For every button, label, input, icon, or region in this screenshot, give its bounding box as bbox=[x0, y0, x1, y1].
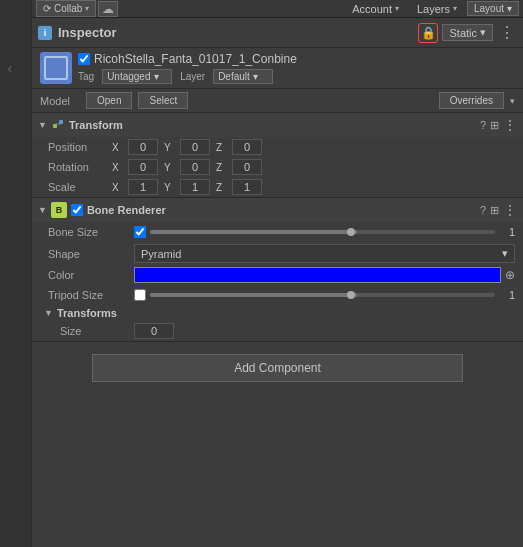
bone-renderer-section-actions: ? ⊞ ⋮ bbox=[480, 202, 517, 218]
rotation-values: X 0 Y 0 Z 0 bbox=[112, 159, 515, 175]
bone-size-enabled-checkbox[interactable] bbox=[134, 226, 146, 238]
scale-row: Scale X 1 Y 1 Z 1 bbox=[32, 177, 523, 197]
panel-toggle[interactable]: ‹ bbox=[8, 60, 24, 76]
bone-size-fill bbox=[150, 230, 357, 234]
layers-button[interactable]: Layers ▾ bbox=[409, 0, 465, 17]
static-badge[interactable]: Static ▾ bbox=[442, 24, 493, 41]
rotation-y-field[interactable]: 0 bbox=[180, 159, 210, 175]
rotation-x-field[interactable]: 0 bbox=[128, 159, 158, 175]
eyedropper-icon[interactable]: ⊕ bbox=[505, 268, 515, 282]
add-component-button[interactable]: Add Component bbox=[92, 354, 463, 382]
object-active-checkbox[interactable] bbox=[78, 53, 90, 65]
transform-kebab-icon[interactable]: ⋮ bbox=[503, 117, 517, 133]
tripod-size-row: Tripod Size 1 bbox=[32, 285, 523, 305]
object-cube-icon bbox=[40, 52, 72, 84]
layers-label: Layers bbox=[417, 3, 450, 15]
size-row: Size 0 bbox=[32, 321, 523, 341]
bone-kebab-icon[interactable]: ⋮ bbox=[503, 202, 517, 218]
color-row: Color ⊕ bbox=[32, 265, 523, 285]
inspector-header: i Inspector 🔒 Static ▾ ⋮ bbox=[32, 18, 523, 48]
scale-z-axis: Z bbox=[216, 182, 226, 193]
bone-renderer-title: Bone Renderer bbox=[87, 204, 166, 216]
inspector-header-right: 🔒 Static ▾ ⋮ bbox=[418, 23, 517, 43]
transforms-sub-header[interactable]: ▼ Transforms bbox=[32, 305, 523, 321]
bone-size-content: 1 bbox=[134, 226, 515, 238]
bone-size-value: 1 bbox=[499, 226, 515, 238]
tripod-size-label: Tripod Size bbox=[48, 289, 128, 301]
layer-arrow-icon: ▾ bbox=[253, 71, 258, 82]
bone-help-icon[interactable]: ? bbox=[480, 204, 486, 216]
inspector-title: Inspector bbox=[58, 25, 117, 40]
bone-size-track bbox=[150, 230, 495, 234]
static-label: Static bbox=[449, 27, 477, 39]
position-z-axis: Z bbox=[216, 142, 226, 153]
transforms-sub-title: Transforms bbox=[57, 307, 117, 319]
inspector-icon: i bbox=[38, 26, 52, 40]
transform-title: Transform bbox=[69, 119, 123, 131]
size-label: Size bbox=[48, 325, 128, 337]
layers-arrow-icon: ▾ bbox=[453, 4, 457, 13]
tripod-size-thumb[interactable] bbox=[347, 291, 355, 299]
scale-y-axis: Y bbox=[164, 182, 174, 193]
transform-section: ▼ Transform ? ⊞ ⋮ Position X 0 Y bbox=[32, 113, 523, 198]
size-value[interactable]: 0 bbox=[134, 323, 174, 339]
collab-icon: ⟳ bbox=[43, 3, 51, 14]
position-y-field[interactable]: 0 bbox=[180, 139, 210, 155]
position-label: Position bbox=[48, 141, 108, 153]
color-swatch[interactable] bbox=[134, 267, 501, 283]
rotation-z-axis: Z bbox=[216, 162, 226, 173]
cloud-button[interactable]: ☁ bbox=[98, 1, 118, 17]
bone-renderer-icon: B bbox=[51, 202, 67, 218]
cloud-icon: ☁ bbox=[102, 2, 114, 16]
scale-y-field[interactable]: 1 bbox=[180, 179, 210, 195]
bone-collapse-icon: ▼ bbox=[38, 205, 47, 215]
bone-size-thumb[interactable] bbox=[347, 228, 355, 236]
bone-renderer-section: ▼ B Bone Renderer ? ⊞ ⋮ Bone Size 1 bbox=[32, 198, 523, 342]
transform-icon bbox=[51, 118, 65, 132]
transform-settings-icon[interactable]: ⊞ bbox=[490, 119, 499, 132]
layer-dropdown[interactable]: Default ▾ bbox=[213, 69, 273, 84]
svg-rect-1 bbox=[59, 120, 63, 124]
shape-dropdown[interactable]: Pyramid ▾ bbox=[134, 244, 515, 263]
bone-renderer-header[interactable]: ▼ B Bone Renderer ? ⊞ ⋮ bbox=[32, 198, 523, 222]
tag-dropdown[interactable]: Untagged ▾ bbox=[102, 69, 172, 84]
transforms-collapse-icon: ▼ bbox=[44, 308, 53, 318]
main-content: ⟳ Collab ▾ ☁ Account ▾ Layers ▾ Layout ▾… bbox=[32, 0, 523, 394]
layout-arrow-icon: ▾ bbox=[507, 3, 512, 14]
transform-help-icon[interactable]: ? bbox=[480, 119, 486, 131]
bone-size-slider[interactable]: 1 bbox=[134, 226, 515, 238]
account-button[interactable]: Account ▾ bbox=[344, 0, 407, 17]
model-overrides-button[interactable]: Overrides bbox=[439, 92, 504, 109]
object-name-row: RicohStella_Fanta_01017_1_Conbine bbox=[78, 52, 515, 66]
transform-section-header[interactable]: ▼ Transform ? ⊞ ⋮ bbox=[32, 113, 523, 137]
object-details: RicohStella_Fanta_01017_1_Conbine Tag Un… bbox=[78, 52, 515, 84]
layout-button[interactable]: Layout ▾ bbox=[467, 1, 519, 16]
position-y-axis: Y bbox=[164, 142, 174, 153]
bone-size-label: Bone Size bbox=[48, 226, 128, 238]
scale-z-field[interactable]: 1 bbox=[232, 179, 262, 195]
overrides-arrow-icon: ▾ bbox=[510, 96, 515, 106]
model-open-button[interactable]: Open bbox=[86, 92, 132, 109]
rotation-z-field[interactable]: 0 bbox=[232, 159, 262, 175]
kebab-menu-button[interactable]: ⋮ bbox=[497, 23, 517, 42]
collab-button[interactable]: ⟳ Collab ▾ bbox=[36, 0, 96, 17]
position-x-field[interactable]: 0 bbox=[128, 139, 158, 155]
scale-x-field[interactable]: 1 bbox=[128, 179, 158, 195]
lock-button[interactable]: 🔒 bbox=[418, 23, 438, 43]
tripod-size-enabled-checkbox[interactable] bbox=[134, 289, 146, 301]
object-meta-row: Tag Untagged ▾ Layer Default ▾ bbox=[78, 69, 515, 84]
size-content: 0 bbox=[134, 323, 515, 339]
shape-row: Shape Pyramid ▾ bbox=[32, 242, 523, 265]
color-content: ⊕ bbox=[134, 267, 515, 283]
rotation-label: Rotation bbox=[48, 161, 108, 173]
model-row: Model Open Select Overrides ▾ bbox=[32, 89, 523, 113]
tripod-size-slider[interactable]: 1 bbox=[134, 289, 515, 301]
position-x-axis: X bbox=[112, 142, 122, 153]
bone-settings-icon[interactable]: ⊞ bbox=[490, 204, 499, 217]
model-select-button[interactable]: Select bbox=[138, 92, 188, 109]
transform-section-actions: ? ⊞ ⋮ bbox=[480, 117, 517, 133]
position-row: Position X 0 Y 0 Z 0 bbox=[32, 137, 523, 157]
bone-renderer-checkbox[interactable] bbox=[71, 204, 83, 216]
scale-x-axis: X bbox=[112, 182, 122, 193]
position-z-field[interactable]: 0 bbox=[232, 139, 262, 155]
